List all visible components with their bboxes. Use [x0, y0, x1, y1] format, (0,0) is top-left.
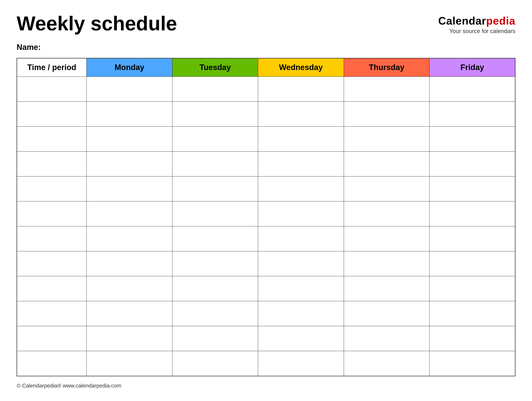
table-cell[interactable]	[87, 152, 172, 177]
table-cell[interactable]	[344, 301, 429, 326]
table-cell[interactable]	[87, 351, 172, 376]
table-cell[interactable]	[344, 201, 429, 226]
table-cell[interactable]	[430, 301, 515, 326]
table-cell[interactable]	[430, 201, 515, 226]
table-cell[interactable]	[258, 77, 344, 102]
table-cell[interactable]	[172, 351, 258, 376]
table-row	[17, 301, 515, 326]
table-cell[interactable]	[430, 351, 515, 376]
table-cell[interactable]	[17, 326, 87, 351]
table-cell[interactable]	[17, 276, 87, 301]
table-cell[interactable]	[430, 152, 515, 177]
table-cell[interactable]	[17, 127, 87, 152]
table-row	[17, 201, 515, 226]
table-cell[interactable]	[258, 351, 344, 376]
page-title: Weekly schedule	[17, 13, 177, 34]
table-row	[17, 226, 515, 251]
table-cell[interactable]	[344, 351, 429, 376]
table-cell[interactable]	[344, 77, 429, 102]
table-row	[17, 251, 515, 276]
table-cell[interactable]	[172, 201, 258, 226]
table-cell[interactable]	[17, 77, 87, 102]
table-cell[interactable]	[430, 77, 515, 102]
name-label: Name:	[17, 43, 515, 52]
table-cell[interactable]	[258, 152, 344, 177]
table-cell[interactable]	[87, 201, 172, 226]
table-cell[interactable]	[258, 201, 344, 226]
table-cell[interactable]	[258, 301, 344, 326]
table-cell[interactable]	[17, 102, 87, 127]
col-time: Time / period	[17, 58, 87, 77]
table-cell[interactable]	[172, 251, 258, 276]
table-cell[interactable]	[172, 177, 258, 201]
table-cell[interactable]	[344, 251, 429, 276]
table-cell[interactable]	[17, 201, 87, 226]
table-cell[interactable]	[17, 152, 87, 177]
table-cell[interactable]	[172, 152, 258, 177]
table-cell[interactable]	[430, 102, 515, 127]
table-cell[interactable]	[258, 127, 344, 152]
table-cell[interactable]	[344, 326, 429, 351]
table-cell[interactable]	[172, 127, 258, 152]
table-cell[interactable]	[17, 177, 87, 201]
table-cell[interactable]	[17, 301, 87, 326]
table-cell[interactable]	[430, 276, 515, 301]
table-cell[interactable]	[430, 177, 515, 201]
table-cell[interactable]	[258, 251, 344, 276]
brand-calendar-text: Calendar	[438, 15, 486, 27]
table-cell[interactable]	[258, 102, 344, 127]
table-cell[interactable]	[430, 326, 515, 351]
table-cell[interactable]	[344, 226, 429, 251]
table-cell[interactable]	[17, 226, 87, 251]
table-cell[interactable]	[87, 127, 172, 152]
table-cell[interactable]	[87, 301, 172, 326]
brand-pedia-text: pedia	[486, 15, 515, 27]
table-cell[interactable]	[87, 77, 172, 102]
table-cell[interactable]	[17, 351, 87, 376]
table-cell[interactable]	[258, 177, 344, 201]
table-cell[interactable]	[87, 177, 172, 201]
table-cell[interactable]	[258, 276, 344, 301]
table-cell[interactable]	[430, 127, 515, 152]
table-row	[17, 127, 515, 152]
col-wednesday: Wednesday	[258, 58, 344, 77]
table-cell[interactable]	[344, 127, 429, 152]
footer: © Calendarpedia® www.calendarpedia.com	[17, 382, 515, 389]
page-header: Weekly schedule Calendarpedia Your sourc…	[17, 13, 515, 34]
table-cell[interactable]	[172, 226, 258, 251]
col-friday: Friday	[430, 58, 515, 77]
table-cell[interactable]	[344, 177, 429, 201]
brand-name: Calendarpedia	[438, 14, 515, 27]
table-cell[interactable]	[87, 226, 172, 251]
table-cell[interactable]	[172, 326, 258, 351]
table-cell[interactable]	[87, 251, 172, 276]
table-cell[interactable]	[17, 251, 87, 276]
table-cell[interactable]	[430, 251, 515, 276]
schedule-table: Time / period Monday Tuesday Wednesday T…	[17, 58, 515, 376]
table-row	[17, 326, 515, 351]
table-cell[interactable]	[172, 77, 258, 102]
header-row: Time / period Monday Tuesday Wednesday T…	[17, 58, 515, 77]
brand-tagline: Your source for calendars	[449, 28, 515, 34]
table-cell[interactable]	[430, 226, 515, 251]
schedule-body	[17, 77, 515, 376]
table-cell[interactable]	[87, 276, 172, 301]
table-cell[interactable]	[172, 301, 258, 326]
col-tuesday: Tuesday	[172, 58, 258, 77]
table-cell[interactable]	[172, 102, 258, 127]
table-row	[17, 351, 515, 376]
table-cell[interactable]	[344, 276, 429, 301]
col-monday: Monday	[87, 58, 172, 77]
table-cell[interactable]	[258, 326, 344, 351]
col-thursday: Thursday	[344, 58, 429, 77]
table-row	[17, 152, 515, 177]
table-row	[17, 102, 515, 127]
table-row	[17, 276, 515, 301]
table-cell[interactable]	[87, 326, 172, 351]
table-cell[interactable]	[344, 102, 429, 127]
table-cell[interactable]	[87, 102, 172, 127]
table-cell[interactable]	[344, 152, 429, 177]
table-row	[17, 77, 515, 102]
table-cell[interactable]	[172, 276, 258, 301]
table-cell[interactable]	[258, 226, 344, 251]
